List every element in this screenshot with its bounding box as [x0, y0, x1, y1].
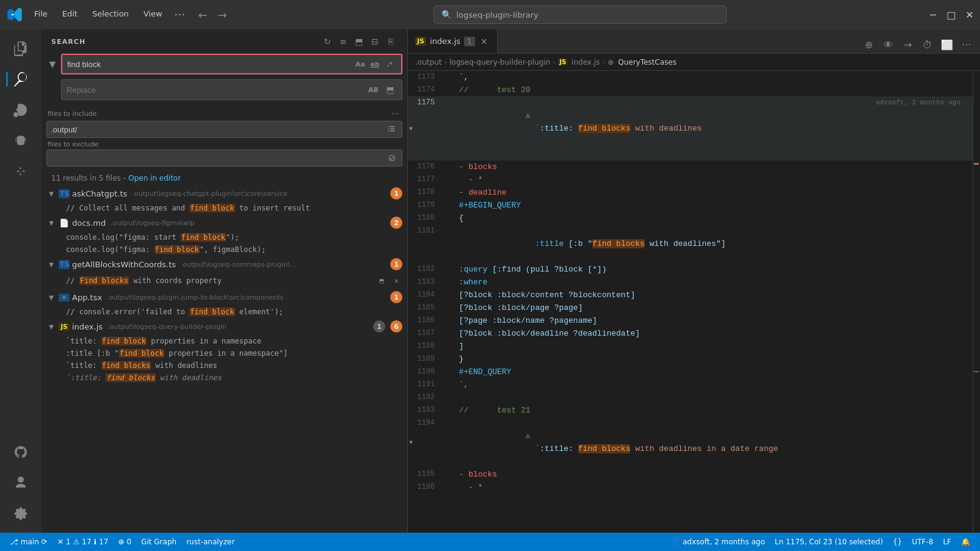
git-graph-status[interactable]: Git Graph: [136, 533, 181, 551]
match-word-button[interactable]: ab: [368, 57, 382, 71]
replace-input[interactable]: [67, 85, 366, 95]
collapse-toggle-button[interactable]: ▼: [46, 58, 59, 70]
match-line[interactable]: // Find blocks with coords property ⬒ ✕: [42, 273, 407, 289]
code-line-1189: 1189 }: [408, 353, 973, 366]
tab-close-button[interactable]: ✕: [479, 36, 490, 47]
notification-icon: 🔔: [961, 538, 970, 546]
file-group-indexjs: ▼ JS index.js .output\logseq-query-build…: [42, 318, 407, 384]
breadcrumb-output[interactable]: .output: [415, 58, 441, 67]
file-header-indexjs[interactable]: ▼ JS index.js .output\logseq-query-build…: [42, 318, 407, 335]
code-line-1177: 1177 - *: [408, 173, 973, 186]
match-line[interactable]: `title: find block properties in a names…: [42, 335, 407, 347]
dismiss-match-button[interactable]: ✕: [390, 275, 402, 287]
use-glob-button[interactable]: [386, 123, 398, 135]
nav-forward-button[interactable]: →: [214, 6, 231, 23]
menu-selection[interactable]: Selection: [86, 7, 135, 23]
nav-back-button[interactable]: ←: [194, 6, 211, 23]
rust-analyzer-status[interactable]: rust-analyzer: [181, 533, 239, 551]
breadcrumb-file[interactable]: JS index.js: [558, 58, 600, 67]
activity-run-debug[interactable]: [6, 126, 35, 155]
activity-explorer[interactable]: [6, 34, 35, 63]
match-line[interactable]: // Collect all messages and find block t…: [42, 202, 407, 214]
files-exclude-input[interactable]: [51, 154, 386, 163]
split-editor-button[interactable]: ⬜: [938, 36, 956, 53]
error-icon: ✕: [57, 538, 64, 546]
line-content: {: [445, 212, 973, 225]
line-content: [?block :block/page ?page]: [445, 301, 973, 314]
file-group-docs: ▼ 📄 docs.md .output\logseq-figma\wip 2 c…: [42, 214, 407, 256]
menu-view[interactable]: View: [137, 7, 169, 23]
menu-more[interactable]: ···: [171, 7, 189, 23]
toggle-split-button[interactable]: →: [899, 36, 916, 53]
file-header-app[interactable]: ▼ ⚛ App.tsx .output\logseq-plugin-jump-t…: [42, 289, 407, 306]
files-include-input[interactable]: [51, 125, 386, 134]
collapse-all-button[interactable]: ⊟: [368, 35, 382, 48]
minimize-button[interactable]: ─: [929, 10, 937, 19]
activity-search[interactable]: [6, 65, 35, 94]
sidebar-title: SEARCH: [51, 38, 85, 46]
open-in-editor-link[interactable]: Open in editor: [128, 174, 181, 182]
replace-in-files-button[interactable]: ⬒: [383, 83, 397, 96]
search-box[interactable]: 🔍 logseq-plugin-library: [434, 5, 727, 24]
file-name: docs.md: [72, 218, 106, 228]
file-path: .output\logseq-osmmaps-plugin\...: [181, 261, 296, 268]
replace-match-button[interactable]: ⬒: [376, 275, 388, 287]
toggle-search-button[interactable]: ⊕: [860, 36, 877, 53]
notifications-status[interactable]: 🔔: [956, 533, 975, 551]
blame-status[interactable]: 👤 adxsoft, 2 months ago: [666, 533, 770, 551]
more-actions-button[interactable]: ⎘: [384, 35, 397, 48]
filter-more-button[interactable]: ···: [389, 107, 401, 120]
file-name: index.js: [72, 322, 103, 331]
activity-account[interactable]: [6, 468, 35, 497]
ts-file-icon: TS: [59, 189, 70, 198]
close-button[interactable]: ✕: [965, 10, 974, 19]
breadcrumb-symbol-icon: ⊕: [608, 58, 614, 67]
match-line[interactable]: console.log("figma: start find block");: [42, 231, 407, 243]
toggle-view-button[interactable]: 👁: [880, 36, 897, 53]
breadcrumb-plugin[interactable]: logseq-query-builder-plugin: [449, 58, 550, 67]
line-number: 1180: [408, 212, 445, 225]
code-line-1184: 1184 [?block :block/content ?blockconten…: [408, 289, 973, 301]
menu-edit[interactable]: Edit: [56, 7, 84, 23]
editor-tab-indexjs[interactable]: JS index.js 1 ✕: [408, 29, 498, 53]
more-tab-actions-button[interactable]: ···: [958, 36, 975, 53]
activity-settings[interactable]: [6, 499, 35, 528]
match-case-button[interactable]: Aa: [354, 57, 367, 71]
match-line[interactable]: console.log("figma: find block", figmaBl…: [42, 243, 407, 256]
timeline-button[interactable]: ⏱: [919, 36, 936, 53]
match-line[interactable]: `:title: find blocks with deadlines: [42, 372, 407, 384]
file-path: .output\logseq-figma\wip: [111, 219, 195, 227]
use-regex-button[interactable]: .*: [383, 57, 396, 71]
refresh-button[interactable]: ↻: [321, 35, 334, 48]
file-header-getallblocks[interactable]: ▼ TS getAllBlocksWithCoords.ts .output\l…: [42, 256, 407, 273]
errors-status[interactable]: ✕ 1 ⚠ 17 ℹ 17: [53, 533, 114, 551]
activity-github[interactable]: [6, 438, 35, 467]
code-line-1193: 1193 // test 21: [408, 404, 973, 417]
cursor-position-status[interactable]: Ln 1175, Col 23 (10 selected): [770, 533, 888, 551]
line-content: ]: [445, 340, 973, 353]
menu-file[interactable]: File: [28, 7, 54, 23]
match-line[interactable]: // console.error('failed to find block e…: [42, 306, 407, 318]
use-exclude-button[interactable]: [386, 152, 398, 164]
match-line[interactable]: :title [:b "find block properties in a n…: [42, 347, 407, 359]
open-new-editor-button[interactable]: ⬒: [352, 35, 366, 48]
file-header-docs[interactable]: ▼ 📄 docs.md .output\logseq-figma\wip 2: [42, 214, 407, 231]
breadcrumb-symbol[interactable]: ⊕ QueryTestCases: [608, 58, 677, 67]
code-line-1173: 1173 `,: [408, 71, 973, 84]
match-line[interactable]: `title: find blocks with deadlines: [42, 359, 407, 372]
activity-extensions[interactable]: [6, 156, 35, 185]
match-text: // Collect all messages and find block t…: [66, 204, 310, 212]
file-header-askchatgpt[interactable]: ▼ TS askChatgpt.ts .output\logseq-chatgp…: [42, 185, 407, 202]
maximize-button[interactable]: □: [947, 10, 956, 19]
branch-status[interactable]: ⎇ main ⟳: [5, 533, 53, 551]
map-marker-status[interactable]: ⊕ 0: [113, 533, 136, 551]
code-editor[interactable]: 1173 `, 1174 // test 20 ▼ 1175: [408, 71, 973, 533]
language-status[interactable]: {}: [888, 533, 907, 551]
activity-source-control[interactable]: [6, 95, 35, 124]
eol-status[interactable]: LF: [938, 533, 956, 551]
search-input[interactable]: [67, 60, 351, 69]
clear-button[interactable]: ≡: [336, 35, 350, 48]
encoding-status[interactable]: UTF-8: [907, 533, 938, 551]
match-text: console.log("figma: start find block");: [66, 233, 239, 242]
line-number: 1187: [408, 327, 445, 340]
